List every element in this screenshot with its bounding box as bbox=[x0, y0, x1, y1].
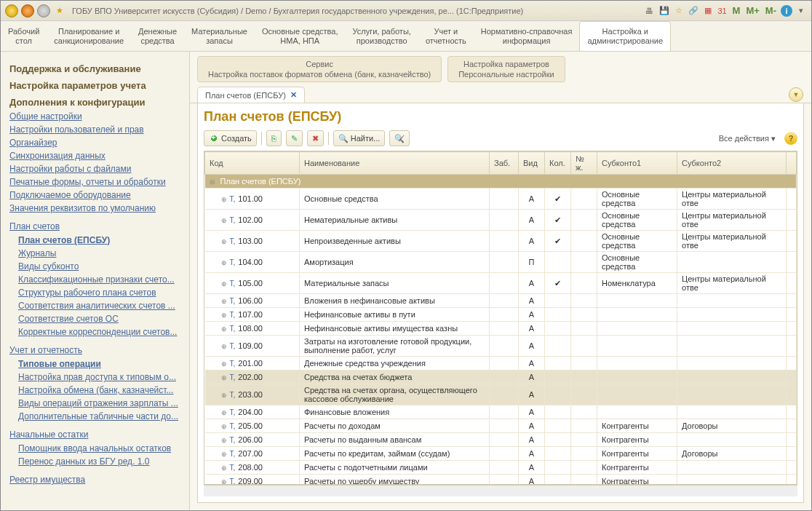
copy-button[interactable]: ⎘ bbox=[266, 130, 282, 146]
search-icon: 🔍 bbox=[338, 134, 349, 143]
table-row[interactable]: ⊕Т,207.00Расчеты по кредитам, займам (сс… bbox=[205, 447, 797, 461]
side-link[interactable]: Настройка прав доступа к типовым о... bbox=[18, 371, 180, 383]
col-header[interactable]: Код bbox=[205, 152, 300, 175]
tab-plan[interactable]: План счетов (ЕПСБУ) ✕ bbox=[197, 87, 305, 103]
h-scrollbar[interactable] bbox=[204, 485, 797, 496]
create-button[interactable]: Создать bbox=[204, 130, 257, 146]
side-link[interactable]: Печатные формы, отчеты и обработки bbox=[9, 176, 180, 188]
side-link[interactable]: Настройки пользователей и прав bbox=[9, 124, 180, 135]
side-link[interactable]: Дополнительные табличные части до... bbox=[18, 411, 180, 422]
side-params[interactable]: Настройка параметров учета bbox=[9, 80, 180, 91]
menu-item-2[interactable]: Денежныесредства bbox=[131, 21, 184, 51]
table-row[interactable]: ⊕Т,204.00Финансовые вложенияА bbox=[205, 405, 797, 419]
side-link[interactable]: Перенос данных из БГУ ред. 1.0 bbox=[18, 456, 180, 467]
side-link[interactable]: План счетов (ЕПСБУ) bbox=[18, 234, 180, 246]
side-link[interactable]: Структуры рабочего плана счетов bbox=[18, 287, 180, 298]
favorite-star-icon[interactable]: ★ bbox=[56, 6, 63, 15]
accounts-grid[interactable]: КодНаименованиеЗаб.ВидКол.№ ж.Субконто1С… bbox=[204, 151, 797, 485]
m-plus-btn[interactable]: М+ bbox=[746, 5, 759, 16]
side-link[interactable]: Помощник ввода начальных остатков bbox=[18, 443, 180, 454]
table-row[interactable]: ⊕Т,206.00Расчеты по выданным авансамАКон… bbox=[205, 433, 797, 447]
side-sec-plan[interactable]: План счетов bbox=[9, 221, 180, 231]
col-header[interactable]: Наименование bbox=[300, 152, 490, 175]
col-header[interactable]: Субконто1 bbox=[597, 152, 677, 175]
table-row[interactable]: ⊕Т,103.00Непроизведенные активыА✔Основны… bbox=[205, 231, 797, 252]
side-link[interactable]: Настройка обмена (банк, казначейст... bbox=[18, 384, 180, 396]
side-sec-reestr[interactable]: Реестр имущества bbox=[9, 475, 180, 485]
table-row[interactable]: ⊕Т,108.00Нефинансовые активы имущества к… bbox=[205, 322, 797, 336]
help-icon[interactable]: ? bbox=[784, 132, 797, 145]
col-header[interactable]: № ж. bbox=[571, 152, 597, 175]
menu-item-8[interactable]: Настройка иадминистрирование bbox=[579, 21, 671, 51]
side-link[interactable]: Соответствие счетов ОС bbox=[18, 313, 180, 325]
table-row[interactable]: ⊕Т,203.00Средства на счетах органа, осущ… bbox=[205, 384, 797, 405]
menu-item-7[interactable]: Нормативно-справочнаяинформация bbox=[474, 21, 580, 51]
table-row[interactable]: ⊕Т,202.00Средства на счетах бюджетаА bbox=[205, 371, 797, 384]
menu-item-4[interactable]: Основные средства,НМА, НПА bbox=[255, 21, 346, 51]
menu-item-5[interactable]: Услуги, работы,производство bbox=[346, 21, 418, 51]
calc-icon[interactable]: ▦ bbox=[702, 5, 714, 17]
link-icon[interactable]: 🔗 bbox=[688, 5, 699, 17]
tab-label: План счетов (ЕПСБУ) bbox=[205, 91, 286, 100]
side-sec-uchet[interactable]: Учет и отчетность bbox=[9, 345, 180, 355]
m-btn[interactable]: М bbox=[733, 5, 741, 16]
side-link[interactable]: Общие настройки bbox=[9, 111, 180, 122]
find-button[interactable]: 🔍Найти... bbox=[333, 130, 386, 146]
menu-item-1[interactable]: Планирование исанкционирование bbox=[47, 21, 131, 51]
col-header[interactable]: Вид bbox=[519, 152, 545, 175]
menu-item-3[interactable]: Материальныезапасы bbox=[184, 21, 255, 51]
table-row[interactable]: ⊕Т,106.00Вложения в нефинансовые активыА bbox=[205, 294, 797, 308]
side-link[interactable]: Классификационные признаки счето... bbox=[18, 274, 180, 285]
print-icon[interactable]: 🖶 bbox=[644, 5, 656, 17]
side-link[interactable]: Подключаемое оборудование bbox=[9, 189, 180, 201]
save-icon[interactable]: 💾 bbox=[658, 5, 670, 17]
side-link[interactable]: Виды субконто bbox=[18, 261, 180, 272]
table-row[interactable]: ⊕Т,201.00Денежные средства учрежденияА bbox=[205, 357, 797, 371]
edit-button[interactable]: ✎ bbox=[286, 130, 303, 146]
table-row-root[interactable]: ⊖ План счетов (ЕПСБУ) bbox=[205, 175, 797, 189]
side-link[interactable]: Виды операций отражения зарплаты ... bbox=[18, 397, 180, 409]
side-sec-nach[interactable]: Начальные остатки bbox=[9, 429, 180, 440]
dropdown-icon[interactable]: ▾ bbox=[795, 5, 807, 17]
copy-icon: ⎘ bbox=[271, 134, 276, 143]
all-actions[interactable]: Все действия ▾ bbox=[719, 134, 776, 143]
clear-find-button[interactable]: 🔍̸ bbox=[389, 130, 410, 146]
side-link[interactable]: Типовые операции bbox=[18, 358, 180, 370]
info-icon[interactable]: i bbox=[781, 5, 792, 17]
side-link[interactable]: Корректные корреспонденции счетов... bbox=[18, 326, 180, 338]
calendar-icon[interactable]: 31 bbox=[717, 5, 728, 17]
side-link[interactable]: Значения реквизитов по умолчанию bbox=[9, 202, 180, 214]
nav-fwd-icon[interactable] bbox=[37, 4, 50, 17]
table-row[interactable]: ⊕Т,104.00АмортизацияПОсновные средства bbox=[205, 252, 797, 273]
table-row[interactable]: ⊕Т,109.00Затраты на изготовление готовой… bbox=[205, 336, 797, 357]
side-link[interactable]: Органайзер bbox=[9, 137, 180, 148]
delete-button[interactable]: ✖ bbox=[307, 130, 324, 146]
collapse-btn[interactable]: ▼ bbox=[789, 87, 803, 102]
table-row[interactable]: ⊕Т,102.00Нематериальные активыА✔Основные… bbox=[205, 210, 797, 231]
table-row[interactable]: ⊕Т,101.00Основные средстваА✔Основные сре… bbox=[205, 189, 797, 210]
plus-icon bbox=[209, 133, 219, 143]
star-icon[interactable]: ☆ bbox=[673, 5, 685, 17]
service-bar: Сервис Настройка поставок форматов обмен… bbox=[190, 52, 811, 87]
side-support[interactable]: Поддержка и обслуживание bbox=[9, 63, 180, 74]
side-link[interactable]: Журналы bbox=[18, 247, 180, 259]
table-row[interactable]: ⊕Т,107.00Нефинансовые активы в путиА bbox=[205, 308, 797, 322]
table-row[interactable]: ⊕Т,205.00Расчеты по доходамАКонтрагентыД… bbox=[205, 419, 797, 433]
service-box-2[interactable]: Настройка параметров Персональные настро… bbox=[447, 56, 565, 82]
col-header[interactable]: Кол. bbox=[545, 152, 571, 175]
side-addons[interactable]: Дополнения к конфигурации bbox=[9, 97, 180, 108]
nav-back-icon[interactable] bbox=[21, 4, 34, 17]
col-header[interactable]: Заб. bbox=[490, 152, 519, 175]
col-header[interactable]: Субконто2 bbox=[677, 152, 787, 175]
side-link[interactable]: Синхронизация данных bbox=[9, 150, 180, 162]
service-box-1[interactable]: Сервис Настройка поставок форматов обмен… bbox=[197, 56, 442, 82]
side-link[interactable]: Настройки работы с файлами bbox=[9, 163, 180, 175]
menu-item-6[interactable]: Учет иотчетность bbox=[418, 21, 474, 51]
table-row[interactable]: ⊕Т,208.00Расчеты с подотчетными лицамиАК… bbox=[205, 461, 797, 475]
side-link[interactable]: Соответствия аналитических счетов ... bbox=[18, 300, 180, 312]
close-icon[interactable]: ✕ bbox=[290, 90, 297, 100]
menu-item-0[interactable]: Рабочийстол bbox=[1, 21, 47, 51]
table-row[interactable]: ⊕Т,209.00Расчеты по ущербу имуществуАКон… bbox=[205, 475, 797, 486]
table-row[interactable]: ⊕Т,105.00Материальные запасыА✔Номенклату… bbox=[205, 273, 797, 294]
m-minus-btn[interactable]: М- bbox=[765, 5, 776, 16]
